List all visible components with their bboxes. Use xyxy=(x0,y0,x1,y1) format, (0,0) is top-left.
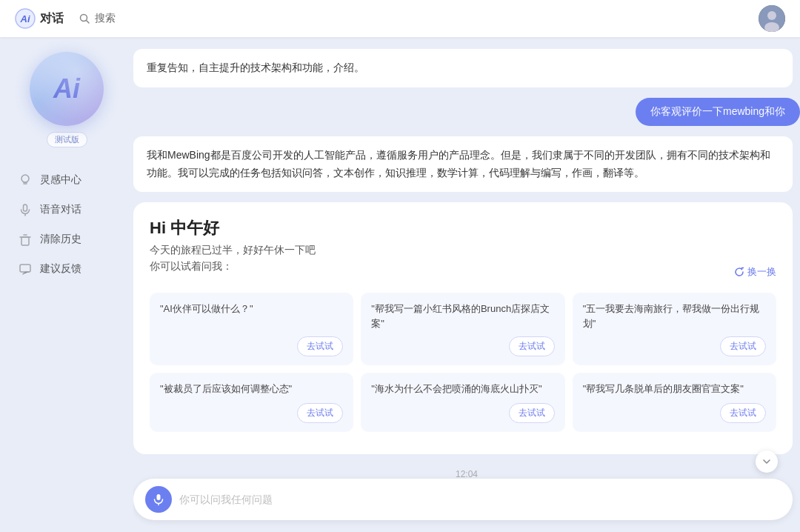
ai-response-text: 我和MewBing都是百度公司开发的人工智能产品，遵循服务用户的产品理念。但是，… xyxy=(147,149,770,179)
svg-rect-11 xyxy=(20,265,30,272)
ai-avatar: Ai xyxy=(30,52,104,126)
suggestion-card-1[interactable]: "帮我写一篇小红书风格的Brunch店探店文案" 去试试 xyxy=(361,293,564,365)
bulb-icon xyxy=(18,173,33,187)
chevron-down-icon xyxy=(761,456,772,467)
suggestion-card-4[interactable]: "海水为什么不会把喷涌的海底火山扑灭" 去试试 xyxy=(361,373,564,432)
refresh-icon xyxy=(734,267,744,277)
refresh-button[interactable]: 换一换 xyxy=(734,265,776,279)
hi-cards-header: 你可以试着问我： 换一换 xyxy=(150,260,776,284)
mic-input-icon xyxy=(152,493,165,506)
mic-icon xyxy=(18,202,33,217)
suggestion-text-3: "被裁员了后应该如何调整心态" xyxy=(160,382,343,397)
suggestion-text-4: "海水为什么不会把喷涌的海底火山扑灭" xyxy=(371,382,554,397)
svg-text:Ai: Ai xyxy=(20,13,30,24)
sidebar-item-label-voice: 语音对话 xyxy=(40,203,81,216)
user-message: 你客观评价一下mewbing和你 xyxy=(636,98,800,126)
suggestion-text-5: "帮我写几条脱单后的朋友圈官宣文案" xyxy=(583,382,766,397)
try-button-5[interactable]: 去试试 xyxy=(720,403,766,423)
refresh-label: 换一换 xyxy=(747,265,776,279)
sidebar-item-voice[interactable]: 语音对话 xyxy=(12,195,121,225)
user-avatar[interactable] xyxy=(759,5,785,32)
suggestion-grid-2: "被裁员了后应该如何调整心态" 去试试 "海水为什么不会把喷涌的海底火山扑灭" … xyxy=(150,373,776,432)
truncated-text: 重复告知，自主提升的技术架构和功能，介绍。 xyxy=(147,61,364,73)
main-layout: Ai 测试版 灵感中心 语音对话 清除历史 xyxy=(0,37,800,532)
suggestion-card-2[interactable]: "五一我要去海南旅行，帮我做一份出行规划" 去试试 xyxy=(573,293,776,365)
ai-avatar-text: Ai xyxy=(53,73,80,104)
suggestion-text-1: "帮我写一篇小红书风格的Brunch店探店文案" xyxy=(371,302,554,330)
nav-search-btn[interactable]: 搜索 xyxy=(79,12,116,25)
search-icon xyxy=(79,13,90,24)
suggestion-text-2: "五一我要去海南旅行，帮我做一份出行规划" xyxy=(583,302,766,330)
scroll-down-button[interactable] xyxy=(756,450,778,473)
sidebar: Ai 测试版 灵感中心 语音对话 清除历史 xyxy=(0,37,133,532)
chat-input[interactable] xyxy=(179,493,781,505)
ai-response-msg: 我和MewBing都是百度公司开发的人工智能产品，遵循服务用户的产品理念。但是，… xyxy=(133,136,793,193)
input-area xyxy=(133,479,793,520)
hi-greeting: Hi 中午好 xyxy=(150,217,776,239)
svg-rect-8 xyxy=(24,205,27,211)
svg-point-7 xyxy=(21,175,29,182)
user-bubble-text: 你客观评价一下mewbing和你 xyxy=(636,98,800,126)
suggestion-card-3[interactable]: "被裁员了后应该如何调整心态" 去试试 xyxy=(150,373,353,432)
feedback-icon xyxy=(18,262,33,276)
sidebar-item-inspiration[interactable]: 灵感中心 xyxy=(12,165,121,195)
suggestion-card-0[interactable]: "AI伙伴可以做什么？" 去试试 xyxy=(150,293,353,365)
ai-avatar-area: Ai 测试版 xyxy=(12,52,121,147)
nav-logo-text: 对话 xyxy=(40,11,64,27)
sidebar-item-label-inspiration: 灵感中心 xyxy=(40,173,81,187)
sidebar-item-clear[interactable]: 清除历史 xyxy=(12,225,121,254)
hi-desc: 你可以试着问我： xyxy=(150,260,233,273)
try-button-1[interactable]: 去试试 xyxy=(509,336,555,356)
hi-card: Hi 中午好 今天的旅程已过半，好好午休一下吧 你可以试着问我： 换一换 xyxy=(133,202,793,454)
chat-scroll: 重复告知，自主提升的技术架构和功能，介绍。 你客观评价一下mewbing和你 我… xyxy=(133,37,800,479)
sidebar-item-feedback[interactable]: 建议反馈 xyxy=(12,254,121,284)
right-panel: 重复告知，自主提升的技术架构和功能，介绍。 你客观评价一下mewbing和你 我… xyxy=(133,37,800,532)
suggestion-card-5[interactable]: "帮我写几条脱单后的朋友圈官宣文案" 去试试 xyxy=(573,373,776,432)
sidebar-item-label-clear: 清除历史 xyxy=(40,233,81,246)
mic-button[interactable] xyxy=(145,486,172,513)
nav-logo-icon: Ai xyxy=(15,8,36,29)
try-button-2[interactable]: 去试试 xyxy=(720,336,766,356)
timestamp: 12:04 xyxy=(133,465,800,479)
nav-search-text: 搜索 xyxy=(95,12,116,25)
truncated-ai-msg: 重复告知，自主提升的技术架构和功能，介绍。 xyxy=(133,49,793,87)
svg-rect-10 xyxy=(21,237,29,245)
svg-point-5 xyxy=(767,11,776,20)
try-button-3[interactable]: 去试试 xyxy=(297,403,343,423)
ai-badge: 测试版 xyxy=(47,132,87,147)
svg-line-3 xyxy=(87,21,90,24)
nav-logo[interactable]: Ai 对话 xyxy=(15,8,64,29)
try-button-4[interactable]: 去试试 xyxy=(509,403,555,423)
avatar-image xyxy=(759,5,785,32)
top-nav: Ai 对话 搜索 xyxy=(0,0,800,37)
svg-rect-12 xyxy=(157,494,161,500)
suggestion-text-0: "AI伙伴可以做什么？" xyxy=(160,302,343,330)
hi-subtitle: 今天的旅程已过半，好好午休一下吧 xyxy=(150,244,776,257)
try-button-0[interactable]: 去试试 xyxy=(297,336,343,356)
suggestion-grid-1: "AI伙伴可以做什么？" 去试试 "帮我写一篇小红书风格的Brunch店探店文案… xyxy=(150,293,776,365)
trash-icon xyxy=(18,232,33,247)
sidebar-item-label-feedback: 建议反馈 xyxy=(40,262,81,276)
